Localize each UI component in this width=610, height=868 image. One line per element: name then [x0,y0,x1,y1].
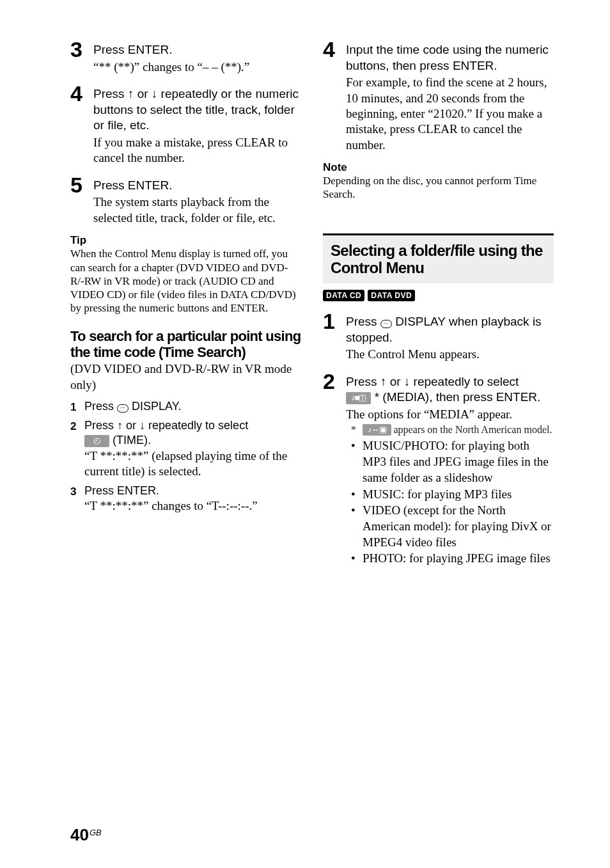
footnote: * ♪↔▣ appears on the North American mode… [346,423,554,436]
step-text: The Control Menu appears. [346,347,554,362]
step-number: 4 [70,83,93,104]
left-step-5: 5 Press ENTER. The system starts playbac… [70,174,301,226]
step-title: Press ENTER. [93,178,301,194]
left-step-3: 3 Press ENTER. “** (**)” changes to “– –… [70,38,301,75]
right-big-step-2: 2 Press ↑ or ↓ repeatedly to select ♪■◫ … [323,370,554,567]
media-icon: ♪■◫ [346,392,371,404]
mini-num: 2 [70,418,84,433]
media-icon: ♪↔▣ [363,424,391,436]
mini-num: 3 [70,484,84,498]
section-title: Selecting a folder/file using the Contro… [331,242,546,277]
arrow-down-icon: ↓ [404,375,411,388]
step-title: Press ··· DISPLAY when playback is stopp… [346,314,554,345]
list-item: •MUSIC: for playing MP3 files [351,487,554,503]
note-label: Note [323,161,554,174]
mini-text: “T **:**:**” changes to “T--:--:--.” [84,498,301,514]
step-number: 4 [323,38,346,60]
media-badges: DATA CD DATA DVD [323,288,554,301]
step-number: 2 [323,370,346,392]
list-item: •PHOTO: for playing JPEG image files [351,551,554,567]
badge-data-dvd: DATA DVD [368,290,415,301]
step-text: The options for “MEDIA” appear. [346,407,554,422]
arrow-down-icon: ↓ [139,419,145,432]
section-title-box: Selecting a folder/file using the Contro… [323,233,554,283]
mini-step-3: 3 Press ENTER. “T **:**:**” changes to “… [70,484,301,514]
arrow-up-icon: ↑ [117,419,123,432]
step-title: Input the time code using the numeric bu… [346,42,554,74]
step-text: “** (**)” changes to “– – (**).” [93,59,301,75]
step-text: For example, to find the scene at 2 hour… [346,75,554,153]
step-number: 1 [323,310,346,332]
display-icon: ··· [117,404,129,413]
mini-text: “T **:**:**” (elapsed playing time of th… [84,448,301,480]
arrow-down-icon: ↓ [152,87,158,100]
note-text: Depending on the disc, you cannot perfor… [323,174,554,201]
right-step-4: 4 Input the time code using the numeric … [323,38,554,153]
step-title: Press ↑ or ↓ repeatedly to select ♪■◫ * … [346,374,554,406]
mini-title: Press ↑ or ↓ repeatedly to select ◴ (TIM… [84,418,301,448]
right-column: 4 Input the time code using the numeric … [323,38,554,575]
left-step-4: 4 Press ↑ or ↓ repeatedly or the numeric… [70,83,301,166]
display-icon: ··· [380,320,392,328]
left-column: 3 Press ENTER. “** (**)” changes to “– –… [70,38,301,575]
tip-label: Tip [70,233,301,247]
step-number: 5 [70,174,93,196]
bullet-list: •MUSIC/PHOTO: for playing both MP3 files… [346,438,554,567]
mini-title: Press ··· DISPLAY. [84,399,301,414]
list-item: •VIDEO (except for the North American mo… [351,503,554,550]
step-number: 3 [70,38,93,60]
mini-title: Press ENTER. [84,484,301,498]
right-big-step-1: 1 Press ··· DISPLAY when playback is sto… [323,310,554,363]
mini-step-2: 2 Press ↑ or ↓ repeatedly to select ◴ (T… [70,418,301,480]
step-title: Press ↑ or ↓ repeatedly or the numeric b… [93,86,301,134]
step-title: Press ENTER. [93,42,301,58]
arrow-up-icon: ↑ [128,87,134,100]
badge-data-cd: DATA CD [323,290,364,301]
list-item: •MUSIC/PHOTO: for playing both MP3 files… [351,438,554,485]
arrow-up-icon: ↑ [380,375,387,388]
section-desc: (DVD VIDEO and DVD-R/-RW in VR mode only… [70,361,301,393]
mini-num: 1 [70,399,84,414]
tip-text: When the Control Menu display is turned … [70,247,301,315]
step-text: The system starts playback from the sele… [93,194,301,226]
step-text: If you make a mistake, press CLEAR to ca… [93,135,301,166]
section-subheading: To search for a particular point using t… [70,328,301,361]
time-icon: ◴ [84,435,109,447]
mini-step-1: 1 Press ··· DISPLAY. [70,399,301,414]
